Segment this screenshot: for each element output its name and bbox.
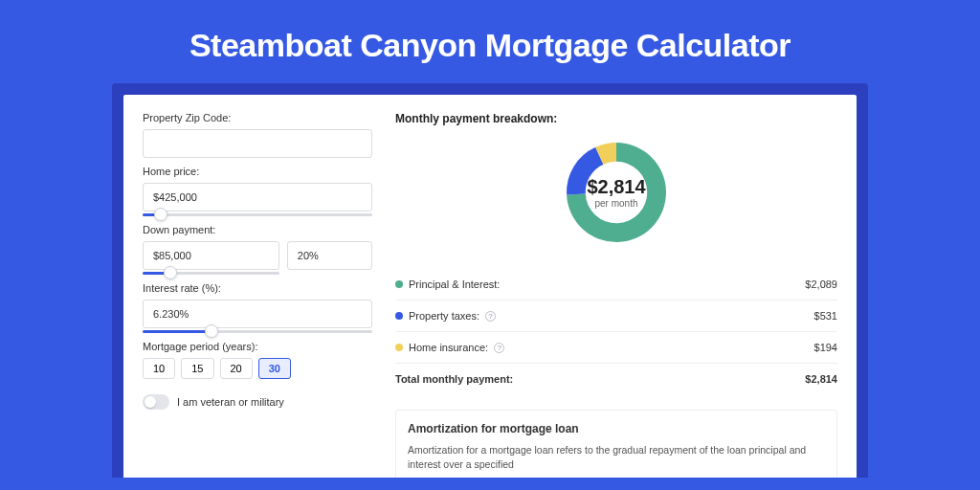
zip-input[interactable] bbox=[143, 129, 372, 158]
form-panel: Property Zip Code: Home price: Down paym… bbox=[143, 112, 372, 478]
period-button-20[interactable]: 20 bbox=[220, 358, 253, 379]
breakdown-panel: Monthly payment breakdown: $2,814 per mo… bbox=[372, 112, 837, 478]
home-price-slider[interactable] bbox=[143, 213, 372, 216]
home-price-input[interactable] bbox=[143, 183, 372, 212]
amortization-title: Amortization for mortgage loan bbox=[408, 422, 825, 435]
donut-center: $2,814 per month bbox=[587, 176, 645, 209]
legend-dot bbox=[395, 312, 403, 320]
amortization-text: Amortization for a mortgage loan refers … bbox=[408, 443, 825, 471]
mortgage-period-group: 10152030 bbox=[143, 358, 372, 379]
calculator-card-outer: Property Zip Code: Home price: Down paym… bbox=[112, 83, 868, 478]
breakdown-title: Monthly payment breakdown: bbox=[395, 112, 837, 125]
legend-row: Property taxes:?$531 bbox=[395, 300, 837, 331]
home-price-label: Home price: bbox=[143, 166, 372, 177]
home-price-slider-thumb[interactable] bbox=[154, 208, 167, 221]
legend-value: $2,089 bbox=[805, 278, 837, 290]
donut-chart: $2,814 per month bbox=[395, 135, 837, 250]
interest-rate-slider-fill bbox=[143, 330, 212, 333]
legend-value: $531 bbox=[814, 310, 837, 322]
help-icon[interactable]: ? bbox=[485, 311, 496, 322]
page-title: Steamboat Canyon Mortgage Calculator bbox=[0, 0, 980, 83]
donut-center-label: per month bbox=[587, 198, 645, 209]
legend-row: Principal & Interest:$2,089 bbox=[395, 269, 837, 300]
veteran-label: I am veteran or military bbox=[177, 396, 284, 408]
amortization-box: Amortization for mortgage loan Amortizat… bbox=[395, 410, 837, 478]
down-payment-label: Down payment: bbox=[143, 224, 372, 235]
interest-rate-input[interactable] bbox=[143, 300, 372, 328]
total-row: Total monthly payment: $2,814 bbox=[395, 363, 837, 394]
down-payment-pct-input[interactable] bbox=[287, 241, 372, 270]
period-button-30[interactable]: 30 bbox=[258, 358, 291, 379]
down-payment-slider-thumb[interactable] bbox=[164, 266, 177, 279]
legend-row: Home insurance:?$194 bbox=[395, 331, 837, 363]
down-payment-input[interactable] bbox=[143, 241, 279, 270]
veteran-toggle[interactable] bbox=[143, 394, 169, 410]
interest-rate-slider[interactable] bbox=[143, 330, 372, 333]
help-icon[interactable]: ? bbox=[494, 343, 504, 353]
legend-dot bbox=[395, 344, 403, 351]
total-label: Total monthly payment: bbox=[395, 373, 513, 385]
breakdown-legend: Principal & Interest:$2,089Property taxe… bbox=[395, 269, 837, 363]
total-value: $2,814 bbox=[805, 373, 837, 385]
interest-rate-label: Interest rate (%): bbox=[143, 282, 372, 294]
down-payment-slider[interactable] bbox=[143, 272, 279, 275]
period-button-10[interactable]: 10 bbox=[143, 358, 175, 379]
legend-label: Property taxes: bbox=[409, 310, 479, 322]
legend-value: $194 bbox=[814, 342, 837, 353]
legend-dot bbox=[395, 280, 403, 288]
calculator-card: Property Zip Code: Home price: Down paym… bbox=[123, 95, 857, 478]
legend-label: Principal & Interest: bbox=[409, 278, 500, 290]
donut-center-value: $2,814 bbox=[587, 176, 645, 198]
legend-label: Home insurance: bbox=[409, 342, 488, 353]
zip-label: Property Zip Code: bbox=[143, 112, 372, 123]
interest-rate-slider-thumb[interactable] bbox=[205, 324, 218, 338]
period-button-15[interactable]: 15 bbox=[181, 358, 213, 379]
mortgage-period-label: Mortgage period (years): bbox=[143, 341, 372, 352]
